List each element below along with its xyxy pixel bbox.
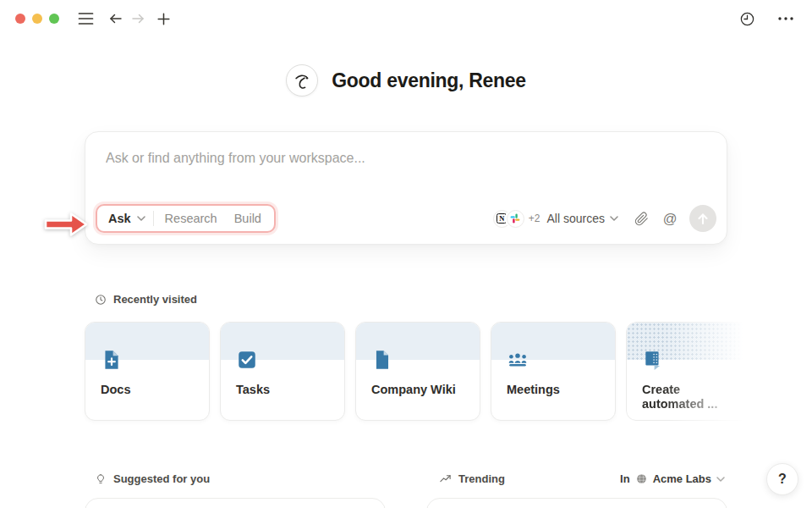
history-clock-icon[interactable] <box>736 8 758 30</box>
zoom-window-button[interactable] <box>49 14 59 24</box>
suggested-card[interactable] <box>85 498 386 508</box>
search-input[interactable] <box>106 147 706 169</box>
forward-arrow-icon[interactable] <box>127 8 149 30</box>
slack-source-icon <box>507 210 524 228</box>
page-title: Good evening, Renee <box>332 69 525 92</box>
suggested-header: Suggested for you <box>95 472 210 485</box>
traffic-lights <box>15 14 59 24</box>
clock-icon <box>95 294 107 306</box>
recently-visited-cards: Docs Tasks Company Wiki <box>85 322 751 421</box>
arrow-up-icon <box>697 213 709 225</box>
ai-face-icon <box>286 64 318 97</box>
back-arrow-icon[interactable] <box>105 8 127 30</box>
divider <box>153 211 154 226</box>
card-tasks[interactable]: Tasks <box>220 322 345 421</box>
scope-prefix: In <box>620 472 630 485</box>
card-docs[interactable]: Docs <box>85 322 210 421</box>
chevron-down-icon[interactable] <box>610 216 618 221</box>
section-title: Recently visited <box>113 293 197 306</box>
section-title: Suggested for you <box>113 472 210 485</box>
scope-name: Acme Labs <box>653 472 711 485</box>
card-company-wiki[interactable]: Company Wiki <box>355 322 480 421</box>
annotation-pointer-arrow-icon <box>42 209 90 240</box>
template-icon <box>642 349 664 371</box>
extra-sources-count: +2 <box>529 213 540 224</box>
workspace-scope-dropdown[interactable]: In Acme Labs <box>620 472 725 485</box>
card-title: Company Wiki <box>371 383 471 397</box>
card-title: Meetings <box>507 383 606 397</box>
card-create-automated[interactable]: Create automated ... <box>626 322 751 421</box>
submit-arrow-button[interactable] <box>689 205 716 232</box>
close-window-button[interactable] <box>15 14 25 24</box>
trending-up-icon <box>439 472 452 485</box>
help-button[interactable]: ? <box>766 463 798 495</box>
mode-tab-research[interactable]: Research <box>156 212 226 225</box>
attach-paperclip-icon[interactable] <box>630 207 652 229</box>
window-topbar <box>0 0 812 37</box>
greeting-header: Good evening, Renee <box>0 64 812 97</box>
recently-visited-header: Recently visited <box>95 293 197 306</box>
section-title: Trending <box>458 472 505 485</box>
workspace-globe-icon <box>635 472 648 485</box>
card-title: Tasks <box>236 383 336 397</box>
new-tab-plus-icon[interactable] <box>152 8 174 30</box>
chevron-down-icon <box>716 477 725 482</box>
sidebar-menu-icon[interactable] <box>74 8 96 30</box>
minimize-window-button[interactable] <box>32 14 42 24</box>
mode-tab-ask[interactable]: Ask <box>99 212 151 225</box>
doc-plus-icon <box>101 349 123 371</box>
more-options-ellipsis-icon[interactable] <box>775 8 797 30</box>
card-title: Docs <box>101 383 200 397</box>
card-meetings[interactable]: Meetings <box>491 322 616 421</box>
trending-card[interactable] <box>426 498 727 508</box>
chevron-down-icon[interactable] <box>137 216 145 221</box>
lightbulb-icon <box>95 473 107 485</box>
help-label: ? <box>778 472 787 487</box>
ask-search-card: Ask Research Build N +2 All <box>85 131 727 245</box>
meetings-people-icon <box>507 349 529 371</box>
mode-tab-build[interactable]: Build <box>226 212 272 225</box>
mode-switcher: Ask Research Build <box>96 204 276 233</box>
task-check-icon <box>236 349 258 371</box>
card-title: Create automated ... <box>642 383 742 411</box>
wiki-doc-icon <box>371 349 393 371</box>
source-avatars[interactable]: N <box>493 210 524 228</box>
mention-at-icon[interactable]: @ <box>659 207 681 229</box>
trending-header: Trending <box>439 472 505 485</box>
all-sources-dropdown[interactable]: All sources <box>547 212 605 225</box>
